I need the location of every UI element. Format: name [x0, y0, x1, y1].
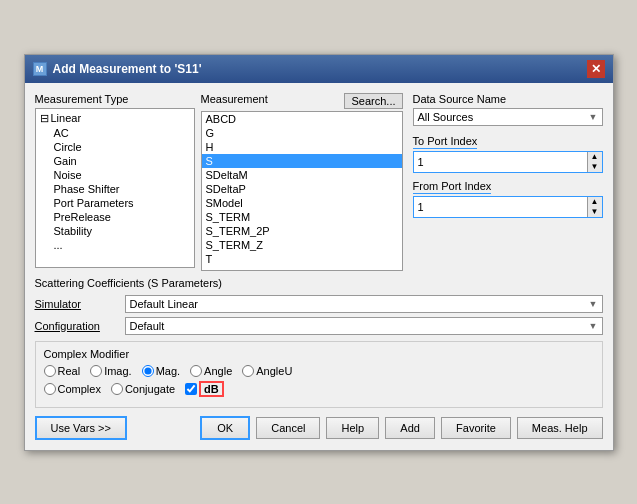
from-port-spin-up[interactable]: ▲ [588, 197, 602, 207]
right-panel: Data Source Name All Sources ▼ To Port I… [413, 93, 603, 271]
to-port-index-input[interactable] [414, 154, 587, 170]
radio-angle-label: Angle [204, 365, 232, 377]
list-item-h[interactable]: H [202, 140, 402, 154]
configuration-label: Configuration [35, 320, 125, 332]
radio-angleu-label: AngleU [256, 365, 292, 377]
radio-angle[interactable]: Angle [190, 365, 232, 377]
tree-item-linear[interactable]: ⊟ Linear [38, 111, 192, 126]
add-button[interactable]: Add [385, 417, 435, 439]
from-port-spin-down[interactable]: ▼ [588, 207, 602, 217]
tree-item-gain[interactable]: Gain [52, 154, 192, 168]
radio-complex-label: Complex [58, 383, 101, 395]
measurement-type-label: Measurement Type [35, 93, 195, 105]
radio-imag-label: Imag. [104, 365, 132, 377]
to-port-spin-up[interactable]: ▲ [588, 152, 602, 162]
meas-help-button[interactable]: Meas. Help [517, 417, 603, 439]
simulator-label: Simulator [35, 298, 125, 310]
measurement-list-panel: Measurement Search... ABCD G H S SDeltaM… [201, 93, 403, 271]
to-port-spin-down[interactable]: ▼ [588, 162, 602, 172]
search-button[interactable]: Search... [344, 93, 402, 109]
tree-item-phase-shifter[interactable]: Phase Shifter [52, 182, 192, 196]
radio-mag-label: Mag. [156, 365, 180, 377]
from-port-index-row: ▲ ▼ [413, 196, 603, 218]
list-item-s_term[interactable]: S_TERM [202, 210, 402, 224]
list-item-t[interactable]: T [202, 252, 402, 266]
tree-item-stability[interactable]: Stability [52, 224, 192, 238]
measurement-list-box[interactable]: ABCD G H S SDeltaM SDeltaP SModel S_TERM… [201, 111, 403, 271]
complex-modifier-radio-row1: Real Imag. Mag. Angle AngleU [44, 365, 594, 377]
configuration-dropdown[interactable]: Default ▼ [125, 317, 603, 335]
radio-conjugate[interactable]: Conjugate [111, 383, 175, 395]
dialog-body: Measurement Type ⊟ Linear AC Circle Gain… [25, 83, 613, 450]
from-port-index-input[interactable] [414, 199, 587, 215]
simulator-row: Simulator Default Linear ▼ [35, 295, 603, 313]
from-port-index-label: From Port Index [413, 180, 492, 194]
tree-item-prerelease[interactable]: PreRelease [52, 210, 192, 224]
tree-children: AC Circle Gain Noise Phase Shifter Port … [38, 126, 192, 252]
configuration-chevron-icon: ▼ [589, 321, 598, 331]
configuration-row: Configuration Default ▼ [35, 317, 603, 335]
left-panel: Measurement Type ⊟ Linear AC Circle Gain… [35, 93, 403, 271]
simulator-value: Default Linear [130, 298, 199, 310]
close-button[interactable]: ✕ [587, 60, 605, 78]
db-label: dB [199, 381, 224, 397]
data-source-dropdown[interactable]: All Sources ▼ [413, 108, 603, 126]
list-item-smodel[interactable]: SModel [202, 196, 402, 210]
tree-item-circle[interactable]: Circle [52, 140, 192, 154]
tree-item-port-parameters[interactable]: Port Parameters [52, 196, 192, 210]
help-button[interactable]: Help [326, 417, 379, 439]
simulator-chevron-icon: ▼ [589, 299, 598, 309]
dialog-title: Add Measurement to 'S11' [53, 62, 202, 76]
favorite-button[interactable]: Favorite [441, 417, 511, 439]
list-item-sdeltam[interactable]: SDeltaM [202, 168, 402, 182]
dialog-icon: M [33, 62, 47, 76]
data-source-value: All Sources [418, 111, 474, 123]
configuration-value: Default [130, 320, 165, 332]
data-source-label: Data Source Name [413, 93, 603, 105]
list-item-sdeltap[interactable]: SDeltaP [202, 182, 402, 196]
radio-real-label: Real [58, 365, 81, 377]
radio-angleu[interactable]: AngleU [242, 365, 292, 377]
to-port-index-label: To Port Index [413, 135, 478, 149]
measurement-type-panel: Measurement Type ⊟ Linear AC Circle Gain… [35, 93, 195, 271]
list-item-g[interactable]: G [202, 126, 402, 140]
radio-real[interactable]: Real [44, 365, 81, 377]
db-checkbox[interactable] [185, 383, 197, 395]
ok-button[interactable]: OK [200, 416, 250, 440]
description-line: Scattering Coefficients (S Parameters) [35, 277, 603, 289]
data-source-section: Data Source Name All Sources ▼ [413, 93, 603, 126]
tree-item-noise[interactable]: Noise [52, 168, 192, 182]
tree-item-ac[interactable]: AC [52, 126, 192, 140]
measurement-list-header: Measurement Search... [201, 93, 403, 109]
tree-item-more[interactable]: ... [52, 238, 192, 252]
list-item-s_term_2p[interactable]: S_TERM_2P [202, 224, 402, 238]
use-vars-button[interactable]: Use Vars >> [35, 416, 127, 440]
dropdown-chevron-icon: ▼ [589, 112, 598, 122]
radio-mag[interactable]: Mag. [142, 365, 180, 377]
list-item-s_term_z[interactable]: S_TERM_Z [202, 238, 402, 252]
complex-modifier-section: Complex Modifier Real Imag. Mag. Angle A… [35, 341, 603, 408]
complex-modifier-radio-row2: Complex Conjugate dB [44, 381, 594, 397]
tree-item-label: Linear [51, 112, 82, 124]
title-bar: M Add Measurement to 'S11' ✕ [25, 55, 613, 83]
add-measurement-dialog: M Add Measurement to 'S11' ✕ Measurement… [24, 54, 614, 451]
radio-complex[interactable]: Complex [44, 383, 101, 395]
checkbox-db[interactable]: dB [185, 381, 224, 397]
cancel-button[interactable]: Cancel [256, 417, 320, 439]
button-row: Use Vars >> OK Cancel Help Add Favorite … [35, 416, 603, 440]
to-port-spinner: ▲ ▼ [587, 152, 602, 172]
title-bar-left: M Add Measurement to 'S11' [33, 62, 202, 76]
radio-imag[interactable]: Imag. [90, 365, 132, 377]
list-item-abcd[interactable]: ABCD [202, 112, 402, 126]
from-port-spinner: ▲ ▼ [587, 197, 602, 217]
measurement-list-label: Measurement [201, 93, 268, 105]
tree-expand-icon: ⊟ [40, 112, 49, 125]
to-port-index-row: ▲ ▼ [413, 151, 603, 173]
simulator-dropdown[interactable]: Default Linear ▼ [125, 295, 603, 313]
to-port-index-section: To Port Index ▲ ▼ [413, 134, 603, 173]
from-port-index-section: From Port Index ▲ ▼ [413, 179, 603, 218]
top-section: Measurement Type ⊟ Linear AC Circle Gain… [35, 93, 603, 271]
list-item-s[interactable]: S [202, 154, 402, 168]
complex-modifier-title: Complex Modifier [44, 348, 594, 360]
measurement-type-tree[interactable]: ⊟ Linear AC Circle Gain Noise Phase Shif… [35, 108, 195, 268]
